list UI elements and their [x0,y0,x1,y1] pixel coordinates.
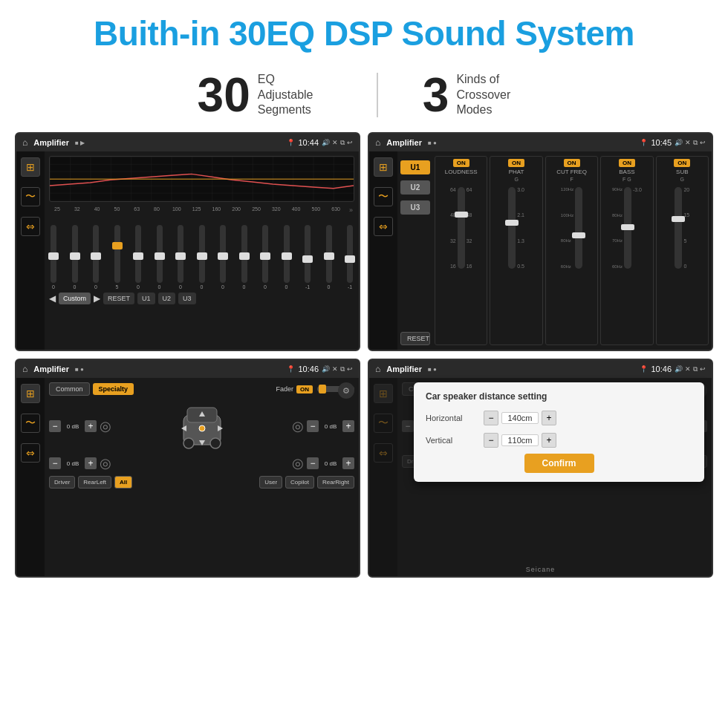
eq-main-content: 25 32 40 50 63 80 100 125 160 200 250 32… [45,151,359,350]
u2-btn[interactable]: U2 [400,180,430,195]
bass-on-btn[interactable]: ON [619,159,635,167]
rr-minus[interactable]: − [307,457,319,469]
bass-sliders: 90Hz80Hz70Hz60Hz -3.0 [612,180,642,276]
cutfreq-sliders: 120Hz100Hz80Hz60Hz [561,180,582,276]
fr-plus[interactable]: + [342,420,354,432]
fader-label: Fader [276,385,293,393]
horizontal-plus[interactable]: + [542,411,556,425]
wave-icon[interactable]: 〜 [21,187,40,206]
svg-point-3 [183,438,194,448]
stat-eq: 30 EQ AdjustableSegments [153,71,377,119]
stats-row: 30 EQ AdjustableSegments 3 Kinds ofCross… [0,61,728,132]
wave-icon-4[interactable]: 〜 [374,414,393,433]
wave-icon-3[interactable]: 〜 [21,414,40,433]
u1-btn[interactable]: U1 [400,160,430,174]
eq-prev-btn[interactable]: ◀ [49,293,56,304]
eq-u1-btn[interactable]: U1 [137,293,155,304]
page-title: Buith-in 30EQ DSP Sound System [0,13,728,53]
rr-speaker-icon: ◎ [292,455,304,471]
status-icons-crossover: 🔊✕⧉↩ [675,139,706,147]
loudness-sliders: 64483216 64483216 [450,180,472,276]
expand-icon[interactable]: ⇔ [21,217,40,236]
status-bar-fader: ⌂ Amplifier ■ ● 📍 10:46 🔊✕⧉↩ [16,360,359,378]
eq-u3-btn[interactable]: U3 [178,293,196,304]
vertical-row: Vertical − 110cm + [426,433,692,448]
screen-eq: ⌂ Amplifier ■ ▶ 📍 10:44 🔊✕⧉↩ ⊞ 〜 ⇔ [15,132,360,351]
distance-dialog: Car speaker distance setting Horizontal … [414,382,704,482]
vertical-minus[interactable]: − [484,433,498,448]
vertical-label: Vertical [426,436,478,445]
side-icons-crossover: ⊞ 〜 ⇔ [369,151,397,350]
stat-crossover: 3 Kinds ofCrossover Modes [378,71,576,119]
screen-body-crossover: ⊞ 〜 ⇔ U1 U2 U3 RESET ON LOUDNESS [369,151,712,350]
rearleft-btn[interactable]: RearLeft [78,476,111,489]
time-eq: 10:44 [298,138,319,147]
all-btn[interactable]: All [114,476,132,489]
rl-speaker-icon: ◎ [100,455,111,471]
eq-icon-3[interactable]: ⊞ [21,384,40,403]
rl-value: 0 dB [62,460,83,467]
driver-btn[interactable]: Driver [49,476,75,489]
fl-minus[interactable]: − [49,420,61,432]
status-bar-eq: ⌂ Amplifier ■ ▶ 📍 10:44 🔊✕⧉↩ [16,134,359,151]
rl-plus[interactable]: + [85,457,97,469]
horizontal-minus[interactable]: − [484,411,498,425]
channel-bass: ON BASS F G 90Hz80Hz70Hz60Hz -3.0 [600,156,653,345]
eq-bottom-bar: ◀ Custom ▶ RESET U1 U2 U3 [49,293,354,304]
channel-sub: ON SUB G 201550 [656,156,709,345]
vertical-value: 110cm [501,434,539,446]
eq-next-btn[interactable]: ▶ [94,293,100,304]
fr-minus[interactable]: − [307,420,319,432]
home-icon-2[interactable]: ⌂ [375,137,380,148]
speaker-main: Common Specialty Fader ON ⚙ − 0 dB + [45,378,359,576]
eq-icon-4[interactable]: ⊞ [374,384,393,403]
user-btn[interactable]: User [259,476,282,489]
rl-minus[interactable]: − [49,457,61,469]
copilot-btn[interactable]: Copilot [285,476,314,489]
rr-plus[interactable]: + [342,457,354,469]
wave-icon-2[interactable]: 〜 [374,187,393,206]
eq-reset-btn[interactable]: RESET [103,293,134,304]
stat-eq-label: EQ AdjustableSegments [258,72,332,118]
fr-speaker-icon: ◎ [292,418,304,434]
bottom-buttons-fader: Driver RearLeft All User Copilot RearRig… [49,476,354,489]
time-fader: 10:46 [298,365,319,373]
channel-cutfreq: ON CUT FREQ F 120Hz100Hz80Hz60Hz [545,156,598,345]
rear-speaker-row: − 0 dB + ◎ ◎ − 0 dB + [49,455,354,471]
expand-icon-3[interactable]: ⇔ [21,443,40,463]
u3-btn[interactable]: U3 [400,200,430,215]
eq-icon[interactable]: ⊞ [21,157,40,177]
channel-phat: ON PHAT G 3.02.11.30.5 [490,156,542,345]
loudness-on-btn[interactable]: ON [453,159,469,167]
home-icon-3[interactable]: ⌂ [22,364,27,374]
specialty-tab[interactable]: Specialty [93,383,134,395]
crossover-channels: ON LOUDNESS 64483216 64483216 ON PHAT [435,156,709,345]
eq-freq-labels: 25 32 40 50 63 80 100 125 160 200 250 32… [49,206,354,214]
confirm-button[interactable]: Confirm [524,454,594,473]
phat-sliders: 3.02.11.30.5 [508,180,524,276]
screens-grid: ⌂ Amplifier ■ ▶ 📍 10:44 🔊✕⧉↩ ⊞ 〜 ⇔ [0,132,728,585]
eq-icon-2[interactable]: ⊞ [374,157,393,177]
home-icon[interactable]: ⌂ [22,137,27,148]
vertical-control: − 110cm + [484,433,556,448]
eq-u2-btn[interactable]: U2 [158,293,176,304]
vertical-plus[interactable]: + [542,433,556,448]
horizontal-row: Horizontal − 140cm + [426,411,692,425]
rr-control: ◎ − 0 dB + [292,455,354,471]
status-icons-fader: 🔊✕⧉↩ [322,365,353,373]
cutfreq-on-btn[interactable]: ON [564,159,580,167]
rearright-btn[interactable]: RearRight [317,476,354,489]
expand-icon-4[interactable]: ⇔ [374,443,393,463]
fl-plus[interactable]: + [85,420,97,432]
horizontal-label: Horizontal [426,414,478,422]
horizontal-value: 140cm [501,412,539,424]
sub-on-btn[interactable]: ON [674,159,690,167]
reset-btn-crossover[interactable]: RESET [400,332,430,345]
common-tab[interactable]: Common [49,382,90,396]
side-icons-fader: ⊞ 〜 ⇔ [16,378,45,576]
home-icon-4[interactable]: ⌂ [375,364,380,374]
expand-icon-2[interactable]: ⇔ [374,217,393,236]
rr-value: 0 dB [320,460,341,467]
eq-custom-btn[interactable]: Custom [59,293,91,304]
phat-on-btn[interactable]: ON [508,159,524,167]
